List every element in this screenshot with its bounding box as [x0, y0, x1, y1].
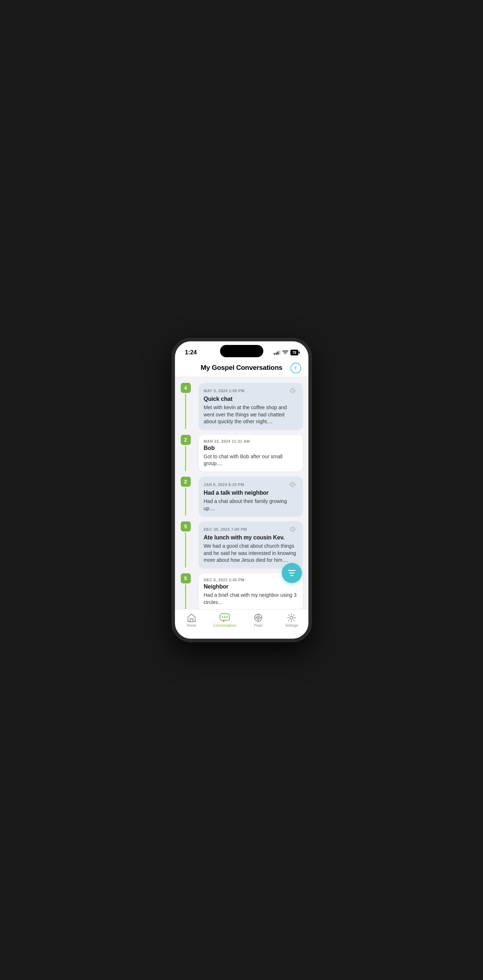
conversation-title: Ate lunch with my cousin Kev. — [204, 535, 297, 541]
phone-frame: 1:24 78 My Gospel Conversations + — [172, 338, 312, 642]
timeline-col: 5 — [178, 573, 194, 609]
dynamic-island — [220, 345, 263, 357]
nav-settings[interactable]: Settings — [275, 613, 308, 627]
timeline-col: 4 — [178, 383, 194, 430]
status-time: 1:24 — [185, 349, 197, 356]
conversation-title: Neighbor — [204, 584, 297, 590]
count-badge: 2 — [181, 435, 191, 445]
conversations-icon — [219, 613, 230, 622]
svg-point-21 — [224, 616, 226, 618]
timeline-line — [185, 487, 186, 515]
share-icon[interactable] — [288, 387, 297, 395]
count-badge: 2 — [181, 477, 191, 487]
status-icons: 78 — [274, 350, 298, 355]
count-badge: 5 — [181, 573, 191, 584]
timeline-col: 2 — [178, 477, 194, 516]
nav-home-label: Home — [186, 624, 196, 627]
pearl-icon — [253, 612, 263, 623]
plus-icon: + — [294, 365, 297, 371]
conversation-date: DEC 30, 2023 7:00 PM — [204, 527, 247, 531]
conversation-preview: Met with kevin at the coffee shop and we… — [204, 404, 297, 425]
nav-home[interactable]: Home — [175, 613, 208, 627]
conversation-preview: Had a chat about their family growing up… — [204, 498, 297, 512]
conversation-date: MAY 3, 2024 1:08 PM — [204, 388, 245, 393]
share-icon[interactable] — [288, 526, 297, 533]
nav-pearl-label: Pearl — [254, 624, 262, 627]
svg-point-5 — [290, 482, 294, 487]
conversation-title: Quick chat — [204, 396, 297, 402]
timeline-line — [185, 394, 186, 429]
svg-point-14 — [291, 528, 293, 530]
conversation-card[interactable]: JAN 9, 2024 8:10 PM — [199, 477, 303, 516]
conversation-preview: We had a good chat about church things a… — [204, 542, 297, 564]
svg-point-0 — [290, 388, 294, 393]
add-conversation-button[interactable]: + — [291, 363, 301, 374]
svg-point-22 — [226, 616, 227, 618]
conversation-date: MAR 15, 2024 11:21 AM — [204, 439, 250, 444]
conversation-preview: Had a brief chat with my neighbor using … — [204, 592, 297, 606]
nav-conversations-label: Conversations — [213, 624, 236, 627]
timeline-col: 2 — [178, 435, 194, 472]
conversation-item-1[interactable]: 4 MAY 3, 2024 1:08 PM — [178, 383, 303, 430]
count-badge: 4 — [181, 383, 191, 393]
share-icon[interactable] — [288, 481, 297, 488]
conversation-item-2[interactable]: 2 MAR 15, 2024 11:21 AM Bob Got to chat … — [178, 435, 303, 472]
count-badge: 5 — [181, 522, 191, 531]
svg-point-9 — [291, 484, 293, 486]
bottom-nav: Home Conversations — [175, 609, 308, 639]
conversation-item-3[interactable]: 2 JAN 9, 2024 8:10 PM — [178, 477, 303, 516]
svg-point-27 — [290, 616, 293, 619]
filter-icon — [288, 569, 296, 578]
app-header: My Gospel Conversations + — [175, 360, 308, 377]
svg-point-10 — [290, 527, 294, 531]
home-icon — [187, 613, 196, 622]
conversations-list[interactable]: 4 MAY 3, 2024 1:08 PM — [175, 377, 308, 609]
conversation-card[interactable]: MAY 3, 2024 1:08 PM — [199, 383, 303, 430]
conversation-preview: Got to chat with Bob after our small gro… — [204, 453, 297, 467]
nav-settings-label: Settings — [285, 624, 298, 627]
conversation-title: Bob — [204, 445, 297, 452]
wifi-icon — [283, 350, 288, 355]
battery-icon: 78 — [291, 350, 298, 355]
status-bar: 1:24 78 — [175, 341, 308, 360]
timeline-line — [185, 532, 186, 568]
settings-icon — [287, 613, 296, 622]
nav-pearl[interactable]: Pearl — [242, 613, 275, 627]
conversation-date: JAN 9, 2024 8:10 PM — [204, 482, 244, 487]
conversation-item-4[interactable]: 5 DEC 30, 2023 7:00 PM — [178, 522, 303, 568]
svg-point-20 — [222, 616, 223, 618]
conversation-card[interactable]: DEC 30, 2023 7:00 PM — [199, 522, 303, 568]
timeline-line — [185, 584, 186, 609]
conversation-card[interactable]: MAR 15, 2024 11:21 AM Bob Got to chat wi… — [199, 435, 303, 472]
conversation-date: DEC 6, 2023 2:45 PM — [204, 578, 245, 582]
page-title: My Gospel Conversations — [200, 364, 282, 372]
svg-point-4 — [291, 390, 293, 392]
conversation-title: Had a talk with neighbor — [204, 490, 297, 496]
signal-icon — [274, 350, 280, 355]
timeline-line — [185, 445, 186, 471]
filter-fab-button[interactable] — [282, 563, 302, 583]
timeline-col: 5 — [178, 522, 194, 568]
nav-conversations[interactable]: Conversations — [208, 613, 242, 627]
